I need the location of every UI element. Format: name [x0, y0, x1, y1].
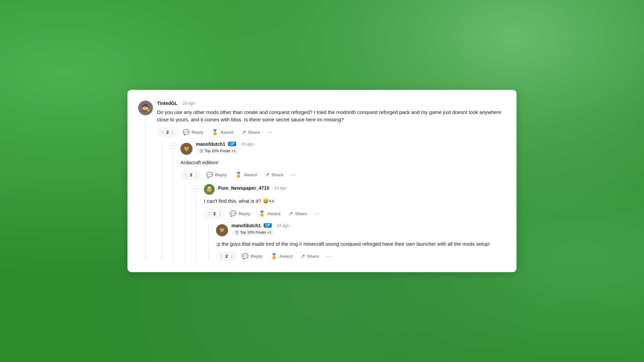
reply-2-text: I can't find this, what is it? 😅👀	[204, 197, 506, 205]
indent-spacer-1	[157, 141, 166, 262]
indent-spacer-3	[204, 223, 213, 262]
op-badge: OP	[228, 142, 236, 146]
reply-3-votes: 2	[225, 254, 228, 259]
reply-2-header: 🧝 Pure_Newspaper_4715 · 1d ago ·	[204, 184, 506, 195]
downvote-button[interactable]: ↓	[171, 128, 175, 136]
comment-text: Do you use any other mods other than cre…	[157, 109, 506, 124]
reply-1-more-button[interactable]: ···	[288, 170, 299, 180]
reply-2-username-row: Pure_Newspaper_4715 · 1d ago ·	[218, 185, 289, 191]
reply-1-username-row: manofdutch1 OP · 2d ago ·	[196, 141, 256, 147]
comment-body: TintedGL · 2d ago · Do you use any other…	[157, 101, 506, 262]
avatar: 🧙	[138, 101, 153, 115]
comment-top-level: 🧙 TintedGL · 2d ago · Do you use any oth…	[138, 101, 506, 262]
reply-2-award-icon: 🏅	[259, 210, 265, 217]
reply-2-body: 🧝 Pure_Newspaper_4715 · 1d ago ·	[204, 184, 506, 261]
reply-1-reply-button[interactable]: 💬 Reply	[203, 170, 230, 180]
reply-3-content: 🦁 manofdutch1 OP · 1d ago ·	[216, 223, 506, 262]
reply-3-text: :p the guys that made lord of the ring i…	[216, 240, 506, 248]
avatar-col: 🧙	[138, 101, 153, 262]
indent-line-1	[161, 141, 162, 262]
reply-1-award-icon: 🏅	[235, 172, 242, 178]
share-icon: ↗	[241, 129, 246, 135]
reply-2-username: Pure_Newspaper_4715	[218, 185, 269, 191]
reply-icon: 💬	[183, 129, 190, 135]
indent-line-2	[185, 184, 185, 261]
reply-1-award-button[interactable]: 🏅 Award	[232, 170, 261, 180]
reply-3-actions: ↑ 2 ↓ 💬 Reply	[216, 251, 506, 261]
reply-1-actions: ↑ 2 ↓ 💬 Reply 🏅 Award	[180, 170, 506, 180]
upvote-button[interactable]: ↑	[160, 128, 164, 136]
more-button[interactable]: ···	[265, 127, 275, 137]
reply-1-share-button[interactable]: ↗ Share	[262, 170, 287, 180]
award-icon: 🏅	[212, 129, 218, 135]
share-button[interactable]: ↗ Share	[238, 127, 263, 137]
reply-1-downvote[interactable]: ↓	[194, 171, 198, 179]
reply-button[interactable]: 💬 Reply	[179, 127, 207, 137]
thread-line-3	[196, 193, 197, 261]
reply-2-downvote[interactable]: ↓	[218, 210, 222, 217]
reply-3-award-button[interactable]: 🏅 Award	[267, 251, 296, 261]
action-bar: ↑ 2 ↓ 💬 Reply 🏅 Award ↗ Share ···	[157, 127, 506, 137]
vote-count: 2	[166, 130, 169, 135]
reply-level-2: − 🧝 Pur	[180, 184, 506, 261]
reply-2-timestamp: · 1d ago ·	[272, 186, 289, 190]
reply-level-3: 🦁 manofdutch1 OP · 1d ago ·	[204, 223, 506, 262]
reply-1-vote-group: ↑ 2 ↓	[180, 170, 202, 180]
timestamp: · 2d ago ·	[180, 101, 197, 106]
reply-2-more-button[interactable]: ···	[312, 209, 322, 219]
reply-3-share-button[interactable]: ↗ Share	[297, 251, 322, 261]
reply-1-reply-icon: 💬	[206, 172, 213, 178]
thread-line	[145, 117, 146, 262]
indent-line-3	[208, 223, 209, 262]
reply-3-avatar: 🦁	[216, 224, 228, 236]
reply-1-avatar: 🦁	[180, 143, 193, 155]
reply-2-award-button[interactable]: 🏅 Award	[255, 208, 284, 219]
reply-3-downvote[interactable]: ↓	[230, 253, 234, 260]
reply-1-body: 🦁 manofdutch1 OP · 2d ago · 🛡️ Top 10% P…	[180, 141, 506, 262]
reply-1-upvote[interactable]: ↑	[184, 171, 188, 179]
reply-2-votes: 2	[213, 211, 216, 216]
reply-2-share-button[interactable]: ↗ Share	[285, 208, 310, 219]
reply-1-content: − 🦁 manofdutch1 OP · 2d ago ·	[169, 141, 506, 262]
reply-1-username: manofdutch1	[196, 141, 225, 147]
reply-1-meta: manofdutch1 OP · 2d ago · 🛡️ Top 10% Pos…	[196, 141, 256, 156]
reply-2-content: − 🧝 Pur	[193, 184, 506, 261]
reply-1-row: − 🦁 manofdutch1 OP · 2d ago ·	[169, 141, 506, 262]
reply-2-avatar-col: −	[193, 184, 200, 261]
reply-3-meta: manofdutch1 OP · 1d ago · 🛡️ Top 10% Pos…	[231, 223, 291, 238]
reply-1-votes: 2	[190, 172, 192, 177]
reply-level-1: − 🦁 manofdutch1 OP · 2d ago ·	[157, 141, 506, 262]
reply-2-reply-icon: 💬	[230, 210, 236, 217]
reply-3-username: manofdutch1	[231, 223, 261, 228]
reply-1-text: Ardacraft edition!	[180, 159, 506, 167]
reply-1-share-icon: ↗	[265, 172, 269, 178]
reply-3-op-badge: OP	[264, 223, 272, 228]
reply-3-more-button[interactable]: ···	[324, 251, 334, 261]
reply-3-reply-button[interactable]: 💬 Reply	[238, 251, 266, 261]
reply-2-upvote[interactable]: ↑	[207, 210, 211, 217]
reply-2-share-icon: ↗	[288, 210, 293, 217]
reply-2-reply-button[interactable]: 💬 Reply	[226, 208, 254, 219]
reply-2-vote-group: ↑ 2 ↓	[204, 208, 225, 219]
reply-3-timestamp: · 1d ago ·	[274, 223, 291, 228]
reply-2-avatar: 🧝	[204, 184, 215, 195]
reply-2-actions: ↑ 2 ↓ 💬 Reply	[204, 208, 506, 219]
reply-3-username-row: manofdutch1 OP · 1d ago ·	[231, 223, 291, 228]
reply-3-upvote[interactable]: ↑	[219, 253, 223, 260]
reply-3-reply-icon: 💬	[242, 253, 249, 259]
comment-header: TintedGL · 2d ago ·	[157, 101, 506, 106]
reply-3-award-icon: 🏅	[271, 253, 277, 259]
reply-3-vote-group: ↑ 2 ↓	[216, 251, 237, 261]
vote-group: ↑ 2 ↓	[157, 127, 178, 137]
poster-badge: 🛡️ Top 10% Poster +1	[196, 148, 239, 154]
reply-1-avatar-col: −	[169, 141, 176, 262]
reply-2-meta: Pure_Newspaper_4715 · 1d ago ·	[218, 185, 289, 193]
reply-2-collapse-button[interactable]: −	[193, 185, 200, 192]
collapse-button[interactable]: −	[169, 142, 176, 149]
reply-1-header: 🦁 manofdutch1 OP · 2d ago · 🛡️ Top 10% P…	[180, 141, 506, 156]
award-button[interactable]: 🏅 Award	[208, 127, 237, 137]
reply-3-share-icon: ↗	[301, 253, 305, 259]
reply-3-poster-badge: 🛡️ Top 10% Poster +1	[231, 229, 274, 236]
reply-3-header: 🦁 manofdutch1 OP · 1d ago ·	[216, 223, 506, 238]
username: TintedGL	[157, 101, 177, 106]
